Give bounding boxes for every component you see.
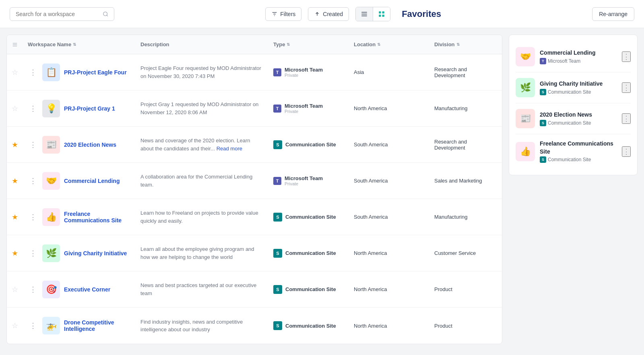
workspace-name-link[interactable]: Drone Competitive Intelligence: [64, 319, 131, 332]
search-box[interactable]: [10, 7, 114, 21]
search-input[interactable]: [16, 11, 99, 17]
more-row-btn[interactable]: ⋮: [28, 139, 38, 151]
list-view-button[interactable]: [356, 7, 373, 21]
created-label: Created: [323, 11, 343, 17]
star-icon[interactable]: ★: [12, 176, 18, 185]
fav-icon: 👍: [516, 142, 535, 161]
rearrange-button[interactable]: Re-arrange: [592, 7, 634, 21]
workspace-icon: 📰: [42, 136, 60, 154]
workspace-icon: 👍: [42, 208, 60, 226]
description-cell: Learn all about the employee giving prog…: [136, 240, 268, 266]
star-cell[interactable]: ★: [7, 208, 23, 226]
col-header-location[interactable]: Location ⇅: [349, 39, 429, 50]
description-cell: Project Eagle Four requested by MOD Admi…: [136, 60, 268, 85]
microsoft-teams-icon: T: [273, 105, 281, 113]
division-cell: Sales and Marketing: [429, 173, 502, 189]
table-row: ☆ ⋮ 💡 PRJ-Project Gray 1 Project Gray 1 …: [7, 90, 502, 127]
col-header-type[interactable]: Type ⇅: [268, 39, 349, 50]
location-cell: South America: [349, 209, 429, 225]
star-icon[interactable]: ☆: [12, 321, 18, 330]
filters-icon: [271, 11, 278, 17]
fav-info: Freelance Communications Site S Communic…: [540, 140, 617, 163]
type-sub: Private: [285, 73, 323, 78]
workspace-table: Workspace Name ⇅ Description Type ⇅ Loca…: [6, 35, 502, 344]
table-row: ☆ ⋮ 📋 PRJ-Project Eagle Four Project Eag…: [7, 54, 502, 90]
star-cell[interactable]: ★: [7, 135, 23, 154]
star-icon[interactable]: ★: [12, 140, 18, 149]
sharepoint-icon: S: [273, 285, 282, 294]
more-row-btn[interactable]: ⋮: [28, 175, 38, 187]
col-header-division[interactable]: Division ⇅: [429, 39, 502, 50]
type-name: Microsoft Team: [285, 175, 323, 181]
table-row: ☆ ⋮ 🎯 Executive Corner News and best pra…: [7, 271, 502, 308]
fav-type: T Microsoft Team: [540, 58, 617, 64]
more-row-btn[interactable]: ⋮: [28, 283, 38, 295]
fav-type-label: Communication Site: [548, 157, 591, 162]
star-cell[interactable]: ☆: [7, 280, 23, 299]
workspace-name-cell: ⋮ 🤝 Commercial Lending: [23, 167, 136, 195]
col-header-name[interactable]: Workspace Name ⇅: [23, 39, 136, 50]
read-more-link[interactable]: Read more: [217, 146, 242, 152]
more-row-btn[interactable]: ⋮: [28, 320, 38, 332]
more-row-btn[interactable]: ⋮: [28, 66, 38, 78]
fav-more-btn[interactable]: ⋮: [622, 51, 631, 62]
type-cell: S Communication Site: [268, 280, 349, 299]
favorites-item[interactable]: 📰 2020 Election News S Communication Sit…: [516, 103, 631, 134]
fav-type: S Communication Site: [540, 156, 617, 163]
type-cell: S Communication Site: [268, 208, 349, 226]
more-row-btn[interactable]: ⋮: [28, 103, 38, 115]
description-cell: Find industry insights, news and competi…: [136, 313, 268, 339]
fav-name: 2020 Election News: [540, 111, 617, 119]
table-row: ★ ⋮ 🤝 Commercial Lending A collaboration…: [7, 163, 502, 199]
fav-type-label: Microsoft Team: [548, 58, 580, 64]
division-cell: Research and Development: [429, 134, 502, 156]
division-cell: Customer Service: [429, 245, 502, 261]
more-row-btn[interactable]: ⋮: [28, 247, 38, 259]
fav-more-btn[interactable]: ⋮: [622, 113, 631, 124]
workspace-name-link[interactable]: Commercial Lending: [64, 178, 120, 184]
favorites-item[interactable]: 👍 Freelance Communications Site S Commun…: [516, 134, 631, 168]
location-cell: North America: [349, 101, 429, 116]
workspace-icon: 💡: [42, 100, 60, 117]
workspace-name-link[interactable]: Freelance Communications Site: [64, 211, 131, 224]
star-icon[interactable]: ☆: [12, 68, 18, 77]
workspace-name-link[interactable]: Executive Corner: [64, 286, 110, 293]
favorites-item[interactable]: 🤝 Commercial Lending T Microsoft Team ⋮: [516, 41, 631, 72]
fav-name: Giving Charity Initiative: [540, 80, 617, 88]
more-row-btn[interactable]: ⋮: [28, 211, 38, 223]
workspace-name-link[interactable]: Giving Charity Initiative: [64, 250, 127, 257]
fav-icon: 📰: [516, 109, 535, 128]
favorites-item[interactable]: 🌿 Giving Charity Initiative S Communicat…: [516, 72, 631, 103]
division-cell: Product: [429, 281, 502, 297]
division-cell: Manufacturing: [429, 209, 502, 225]
workspace-name-link[interactable]: PRJ-Project Gray 1: [64, 105, 115, 112]
filters-button[interactable]: Filters: [265, 7, 301, 21]
fav-type-label: Communication Site: [548, 120, 591, 126]
fav-info: 2020 Election News S Communication Site: [540, 111, 617, 126]
workspace-name-link[interactable]: 2020 Election News: [64, 142, 116, 148]
star-cell[interactable]: ★: [7, 244, 23, 263]
star-cell[interactable]: ☆: [7, 99, 23, 118]
star-icon[interactable]: ★: [12, 249, 18, 258]
type-cell: S Communication Site: [268, 316, 349, 335]
star-icon[interactable]: ★: [12, 213, 18, 222]
star-cell[interactable]: ★: [7, 172, 23, 190]
star-icon[interactable]: ☆: [12, 104, 18, 113]
star-cell[interactable]: ☆: [7, 316, 23, 335]
fav-more-btn[interactable]: ⋮: [622, 82, 631, 93]
star-cell[interactable]: ☆: [7, 63, 23, 82]
grid-view-button[interactable]: [373, 7, 390, 21]
search-icon: [103, 11, 108, 17]
created-sort-button[interactable]: Created: [308, 7, 349, 21]
workspace-icon: 🌿: [42, 244, 60, 262]
table-row: ★ ⋮ 🌿 Giving Charity Initiative Learn al…: [7, 235, 502, 271]
fav-more-btn[interactable]: ⋮: [622, 146, 631, 157]
fav-sp-icon: S: [540, 89, 546, 95]
list-icon: [361, 10, 368, 18]
star-icon[interactable]: ☆: [12, 285, 18, 294]
favorites-panel: 🤝 Commercial Lending T Microsoft Team ⋮ …: [509, 35, 638, 175]
microsoft-teams-icon: T: [273, 177, 281, 185]
division-cell: Manufacturing: [429, 101, 502, 116]
workspace-icon: 🤝: [42, 172, 60, 190]
workspace-name-link[interactable]: PRJ-Project Eagle Four: [64, 69, 127, 76]
